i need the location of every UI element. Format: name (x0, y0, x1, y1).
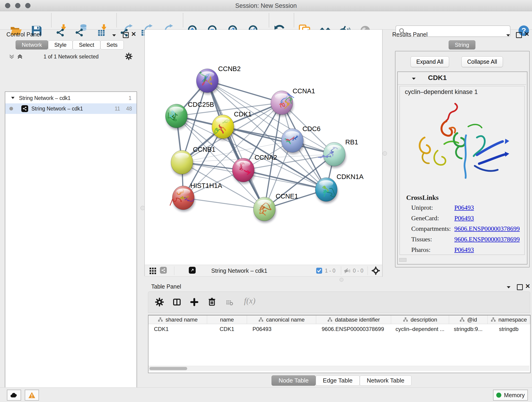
right-splitter-handle[interactable] (383, 151, 387, 156)
control-panel-menu-icon[interactable] (111, 33, 117, 37)
control-panel-title: Control Panel (6, 31, 41, 38)
network-node-count: 11 (115, 106, 120, 112)
open-in-new-window-icon[interactable] (189, 267, 196, 274)
selected-nodes-checkbox-icon[interactable] (316, 268, 322, 274)
results-panel-title: Results Panel (392, 31, 428, 38)
tab-network-table[interactable]: Network Table (360, 375, 412, 386)
network-node-CCNE1[interactable]: CCNE1 (253, 192, 298, 223)
network-edge[interactable] (183, 198, 264, 209)
create-column-icon[interactable] (190, 298, 199, 306)
network-node-RB1[interactable]: RB1 (318, 138, 358, 168)
table-row[interactable]: CDK1CDK1P064939606.ENSP00000378699cyclin… (148, 324, 530, 334)
network-badge-icon[interactable] (160, 267, 167, 274)
results-panel-close-icon[interactable]: ✕ (524, 31, 530, 38)
crosslinks-list: Uniprot: P06493 GeneCard: P06493 Compart… (411, 204, 521, 257)
tab-style[interactable]: Style (48, 40, 73, 50)
tree-column-icon (158, 317, 163, 322)
crosslink-tissues-link[interactable]: 9606.ENSP00000378699 (454, 236, 520, 243)
collection-expand-icon[interactable] (10, 96, 15, 101)
control-panel-close-icon[interactable]: ✕ (131, 31, 136, 38)
column-header[interactable]: namespace (488, 315, 530, 324)
grid-view-icon[interactable] (149, 267, 157, 275)
network-collection-row[interactable]: String Network – cdk1 1 (5, 93, 137, 103)
network-node-CDKN1A[interactable]: CDKN1A (315, 173, 364, 203)
network-panel-gear-icon[interactable] (125, 53, 133, 60)
toolbar-separator (51, 13, 51, 27)
network-row-selected[interactable]: String Network – cdk1 11 48 (5, 103, 137, 114)
cdk1-collapse-icon[interactable] (411, 77, 417, 81)
tab-select[interactable]: Select (73, 40, 100, 50)
delete-table-icon[interactable] (225, 299, 234, 306)
expand-all-button[interactable]: Expand All (411, 56, 449, 67)
column-header[interactable]: canonical name (247, 315, 316, 324)
birds-eye-view-icon[interactable] (371, 266, 380, 275)
warnings-button[interactable] (25, 390, 39, 401)
network-node-HIST1H1A[interactable]: HIST1H1A (170, 182, 222, 211)
table-cell[interactable]: CDK1 (207, 324, 247, 334)
column-header[interactable]: database identifier (316, 315, 391, 324)
table-cell[interactable]: 9606.ENSP00000378699 (316, 324, 391, 334)
results-panel-float-icon[interactable] (516, 32, 522, 38)
column-header[interactable]: shared name (148, 315, 207, 324)
left-splitter-handle[interactable] (140, 206, 145, 210)
control-panel: Control Panel ✕ NetworkStyleSelectSets 1… (0, 29, 144, 387)
table-cell[interactable]: cyclin–dependent ... (391, 324, 449, 334)
column-header[interactable]: description (391, 315, 449, 324)
column-label: shared name (165, 317, 197, 323)
results-hscroll-thumb[interactable] (399, 258, 406, 262)
show-columns-icon[interactable] (172, 298, 181, 306)
table-options-gear-icon[interactable] (155, 298, 164, 306)
table-panel-title: Table Panel (151, 283, 181, 290)
network-node-CCNB2[interactable]: CCNB2 (196, 65, 241, 95)
collapse-all-networks-icon[interactable] (8, 53, 15, 60)
tab-edge-table[interactable]: Edge Table (316, 375, 360, 386)
tree-column-icon (491, 317, 496, 322)
network-view-title: String Network – cdk1 (211, 268, 267, 274)
table-panel-float-icon[interactable] (517, 284, 523, 290)
toolbar-separator (294, 13, 294, 27)
network-view-canvas[interactable]: CCNB2CCNA1CDC25BCDK1CDC6RB1CCNB1CCNA2CDK… (145, 30, 382, 265)
tab-string[interactable]: String (449, 40, 475, 50)
table-panel-close-icon[interactable]: ✕ (525, 283, 530, 290)
delete-column-icon[interactable] (207, 297, 216, 306)
collapse-all-button[interactable]: Collapse All (462, 56, 503, 67)
results-panel-menu-icon[interactable] (505, 33, 511, 37)
tree-column-icon (258, 317, 264, 322)
node-label-CCNB1: CCNB1 (193, 146, 215, 153)
table-panel-menu-icon[interactable] (506, 285, 511, 289)
control-panel-float-icon[interactable] (123, 32, 129, 38)
tab-sets[interactable]: Sets (100, 40, 124, 50)
function-builder-icon[interactable]: f(x) (244, 296, 255, 306)
crosslink-row: Uniprot: P06493 (411, 204, 521, 215)
table-cell[interactable]: stringdb (488, 324, 530, 334)
tab-network[interactable]: Network (16, 40, 48, 50)
table-cell[interactable]: stringdb:9... (449, 324, 488, 334)
crosslink-compartments-link[interactable]: 9606.ENSP00000378699 (454, 225, 520, 232)
cloud-status-button[interactable] (7, 390, 21, 401)
table-hscrollbar-thumb[interactable] (149, 367, 187, 370)
network-node-CDC25B[interactable]: CDC25B (165, 101, 214, 130)
crosslink-uniprot-link[interactable]: P06493 (454, 204, 474, 211)
memory-button[interactable]: Memory (493, 390, 528, 401)
toolbar-separator (269, 13, 269, 27)
network-node-CCNA1[interactable]: CCNA1 (271, 87, 315, 116)
tree-column-icon (327, 317, 333, 322)
column-header[interactable]: name (207, 315, 247, 324)
string-network-graph[interactable]: CCNB2CCNA1CDC25BCDK1CDC6RB1CCNB1CCNA2CDK… (145, 30, 382, 265)
table-cell[interactable]: P06493 (247, 324, 316, 334)
warning-icon (28, 392, 36, 399)
toolbar-separator (116, 13, 117, 27)
table-cell[interactable]: CDK1 (148, 324, 207, 334)
expand-all-networks-icon[interactable] (17, 53, 23, 60)
string-network-icon (21, 105, 28, 112)
column-header[interactable]: @id (449, 315, 488, 324)
table-hscrollbar[interactable] (148, 366, 529, 371)
crosslink-genecard-link[interactable]: P06493 (454, 215, 474, 222)
main-toolbar: ? (0, 11, 532, 30)
tree-column-icon (403, 317, 408, 322)
tab-node-table[interactable]: Node Table (272, 375, 316, 386)
crosslink-pharos-link[interactable]: P06493 (454, 246, 474, 254)
node-label-CCNB2: CCNB2 (218, 65, 241, 72)
network-node-CDK1[interactable]: CDK1 (212, 110, 252, 140)
network-edge[interactable] (243, 170, 326, 190)
